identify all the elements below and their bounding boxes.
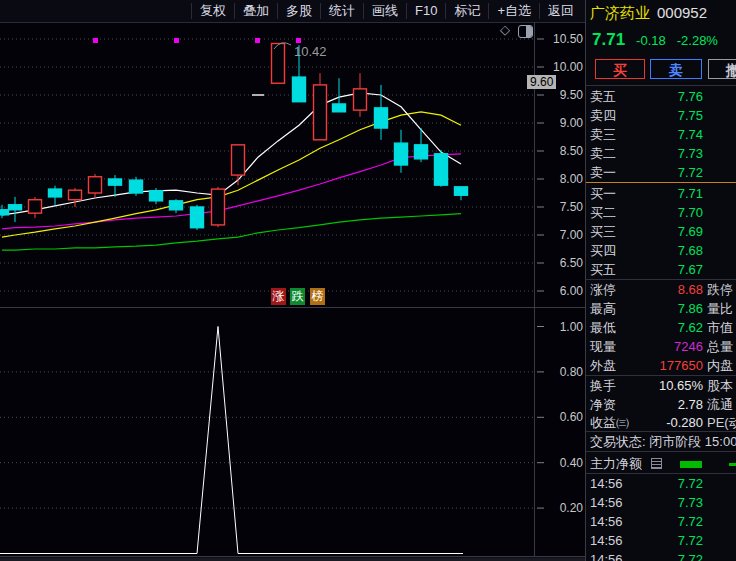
tick-price: 7.72 bbox=[626, 531, 703, 550]
flow-dash bbox=[729, 463, 736, 466]
kline-chart[interactable]: 10.5010.009.509.008.508.007.507.006.506.… bbox=[0, 0, 586, 561]
svg-text:1.00: 1.00 bbox=[560, 320, 584, 334]
stat-value: 2.78 bbox=[626, 395, 703, 414]
ask-price: 7.72 bbox=[626, 163, 703, 182]
svg-text:10.50: 10.50 bbox=[553, 32, 583, 46]
tick-price: 7.73 bbox=[626, 493, 703, 512]
ask-row-1[interactable]: 卖一7.72 bbox=[586, 163, 736, 182]
toolbar-f10-button[interactable]: F10 bbox=[406, 3, 445, 19]
toolbar-add-watchlist-button[interactable]: +自选 bbox=[488, 3, 539, 19]
tick-time: 14:56 bbox=[590, 550, 623, 561]
ask-row-3[interactable]: 卖三7.74 bbox=[586, 125, 736, 144]
stock-name: 广济药业 bbox=[590, 4, 650, 21]
ask-price: 7.75 bbox=[626, 106, 703, 125]
stat-label2: 内盘 bbox=[707, 356, 736, 375]
gainers-button[interactable]: 涨 bbox=[271, 288, 286, 305]
divider bbox=[586, 451, 736, 452]
tick-time: 14:56 bbox=[590, 493, 623, 512]
bid-label: 买四 bbox=[590, 241, 616, 260]
bid-label: 买五 bbox=[590, 260, 616, 279]
stats-row: 净资2.78流通 bbox=[586, 395, 736, 414]
tick-price: 7.72 bbox=[626, 474, 703, 493]
tick-time: 14:56 bbox=[590, 474, 623, 493]
ask-row-2[interactable]: 卖二7.73 bbox=[586, 144, 736, 163]
ask-price: 7.74 bbox=[626, 125, 703, 144]
ask-row-4[interactable]: 卖四7.75 bbox=[586, 106, 736, 125]
stat-label2: 市值 bbox=[707, 318, 736, 337]
ranking-button[interactable]: 榜 bbox=[310, 288, 325, 305]
sell-button[interactable]: 卖 bbox=[650, 59, 702, 79]
stat-value: 8.68 bbox=[626, 280, 703, 299]
toolbar-mark-button[interactable]: 标记 bbox=[445, 3, 488, 19]
panel-toggle-icon[interactable] bbox=[518, 25, 533, 38]
ask-label: 卖一 bbox=[590, 163, 616, 182]
bid-row-1[interactable]: 买一7.71 bbox=[586, 184, 736, 203]
ask-label: 卖二 bbox=[590, 144, 616, 163]
stat-value: 177650 bbox=[626, 356, 703, 375]
toolbar-restoration-button[interactable]: 复权 bbox=[191, 3, 234, 19]
stats-row: 现量7246总量 bbox=[586, 337, 736, 356]
losers-button[interactable]: 跌 bbox=[290, 288, 305, 305]
ask-label: 卖五 bbox=[590, 87, 616, 106]
price-change-pct: -2.28% bbox=[677, 33, 718, 48]
stock-title: 广济药业000952 bbox=[590, 4, 707, 23]
high-price-annotation: 10.42 bbox=[294, 44, 327, 59]
bid-row-2[interactable]: 买二7.70 bbox=[586, 203, 736, 222]
stat-label2: 流通 bbox=[707, 395, 736, 414]
toolbar-multistock-button[interactable]: 多股 bbox=[277, 3, 320, 19]
stat-label2: 股本 bbox=[707, 376, 736, 395]
stat-label2: 量比 bbox=[707, 299, 736, 318]
stats-row: 收益㈢-0.280PE(动) bbox=[586, 413, 736, 432]
stat-label: 最高 bbox=[590, 299, 616, 318]
diamond-marker-icon[interactable]: ◇ bbox=[500, 23, 510, 36]
tick-row: 14:567.73 bbox=[586, 493, 736, 512]
stat-label2: 跌停 bbox=[707, 280, 736, 299]
toolbar-statistics-button[interactable]: 统计 bbox=[320, 3, 363, 19]
bid-row-4[interactable]: 买四7.68 bbox=[586, 241, 736, 260]
svg-text:7.50: 7.50 bbox=[560, 200, 584, 214]
trading-status-value: 闭市阶段 15:00 bbox=[649, 434, 736, 449]
ask-row-5[interactable]: 卖五7.76 bbox=[586, 87, 736, 106]
main-capital-flow-row[interactable]: 主力净额 bbox=[586, 454, 736, 473]
ask-label: 卖三 bbox=[590, 125, 616, 144]
stat-label: 现量 bbox=[590, 337, 616, 356]
stat-label: 外盘 bbox=[590, 356, 616, 375]
svg-text:9.00: 9.00 bbox=[560, 116, 584, 130]
last-price: 7.71 bbox=[592, 30, 625, 49]
cancel-order-button[interactable]: 撤 bbox=[708, 59, 736, 79]
svg-text:0.40: 0.40 bbox=[560, 456, 584, 470]
svg-text:6.00: 6.00 bbox=[560, 284, 584, 298]
bid-price: 7.67 bbox=[626, 260, 703, 279]
price-row: 7.71-0.18-2.28% bbox=[592, 30, 718, 50]
tick-time: 14:56 bbox=[590, 531, 623, 550]
price-change: -0.18 bbox=[636, 33, 666, 48]
toolbar-back-button[interactable]: 返回 bbox=[539, 3, 582, 19]
ask-price: 7.73 bbox=[626, 144, 703, 163]
bid-row-5[interactable]: 买五7.67 bbox=[586, 260, 736, 279]
ask-price: 7.76 bbox=[626, 87, 703, 106]
quote-panel: 广济药业000952 7.71-0.18-2.28% 买 卖 撤 卖五7.76 … bbox=[586, 0, 736, 561]
stats-row: 最低7.62市值 bbox=[586, 318, 736, 337]
svg-text:0.20: 0.20 bbox=[560, 501, 584, 515]
divider bbox=[586, 85, 736, 86]
stat-value: 7.62 bbox=[626, 318, 703, 337]
stat-label: 涨停 bbox=[590, 280, 616, 299]
list-icon bbox=[651, 458, 662, 469]
tick-row: 14:567.72 bbox=[586, 512, 736, 531]
toolbar-overlay-button[interactable]: 叠加 bbox=[234, 3, 277, 19]
bid-ask-divider bbox=[586, 182, 736, 183]
stock-trading-app: { "toolbar": {"items": ["复权","叠加","多股","… bbox=[0, 0, 736, 561]
bid-price: 7.68 bbox=[626, 241, 703, 260]
tick-price: 7.72 bbox=[626, 550, 703, 561]
flow-bar bbox=[680, 461, 702, 468]
buy-button[interactable]: 买 bbox=[595, 59, 645, 79]
stat-label: 净资 bbox=[590, 395, 616, 414]
main-capital-flow-label: 主力净额 bbox=[590, 454, 642, 473]
bid-row-3[interactable]: 买三7.69 bbox=[586, 222, 736, 241]
chart-toolbar: 复权 叠加 多股 统计 画线 F10 标记 +自选 返回 bbox=[0, 0, 586, 22]
stat-value: 10.65% bbox=[626, 376, 703, 395]
stat-value: 7.86 bbox=[626, 299, 703, 318]
panel-toggle-fill bbox=[526, 26, 532, 37]
svg-text:8.00: 8.00 bbox=[560, 172, 584, 186]
toolbar-drawline-button[interactable]: 画线 bbox=[363, 3, 406, 19]
